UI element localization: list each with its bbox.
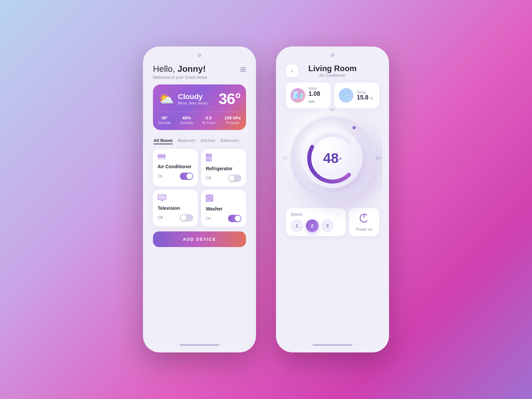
- ac-header: ‹ Living Room Air Conditioner: [283, 61, 382, 78]
- svg-rect-3: [164, 158, 165, 160]
- speed-label: Speed: [291, 212, 341, 217]
- greeting-title: Hello, Jonny!: [153, 64, 209, 74]
- washer-status: On: [206, 216, 211, 221]
- speed-btn-1[interactable]: 1: [291, 219, 303, 232]
- tv-toggle[interactable]: [180, 214, 193, 221]
- washer-toggle[interactable]: [228, 215, 241, 222]
- wind-force-value: 0.5: [202, 115, 215, 120]
- ac-device-type: Air Conditioner: [303, 73, 362, 78]
- ac-toggle[interactable]: [180, 173, 193, 180]
- wind-info-card: 🌬️ Wind 1.08 m/s: [286, 82, 331, 108]
- power-label: Power on: [356, 227, 373, 232]
- sensible-value: 36°: [158, 115, 171, 120]
- phone2-content: ‹ Living Room Air Conditioner 🌬️ Wind 1.…: [283, 61, 382, 341]
- phone-home: Hello, Jonny! Wellcome to your Smart Hom…: [143, 47, 256, 352]
- temp-value: 15.8 °c: [357, 94, 373, 101]
- svg-rect-1: [158, 158, 159, 160]
- phone-notch: [198, 53, 201, 57]
- tab-kitchen[interactable]: Kitchen: [201, 137, 215, 144]
- tab-all-room[interactable]: All Room: [154, 137, 173, 144]
- humidity-value: 48%: [180, 115, 193, 120]
- weather-sensible: 36° Sensible: [158, 115, 171, 125]
- fridge-status-row: Off: [206, 175, 241, 182]
- ac-weather-row: 🌬️ Wind 1.08 m/s ❄️ Temp. 15.8 °c: [283, 78, 382, 108]
- pressure-value: 109 hPa: [224, 115, 241, 120]
- weather-humidity: 48% Humidity: [180, 115, 193, 125]
- svg-point-9: [210, 159, 211, 160]
- device-card-fridge: Refrigerator Off: [201, 149, 246, 187]
- greeting-subtitle: Wellcome to your Smart Home..: [153, 75, 209, 80]
- tab-bathroom[interactable]: Bathroom: [220, 137, 239, 144]
- thermostat-area: 20° 60° 40°: [283, 108, 382, 205]
- temp-current: 48: [323, 150, 339, 166]
- speed-card: Speed 1 2 3: [286, 208, 346, 236]
- controls-row: Speed 1 2 3 Power on: [283, 205, 382, 236]
- phone-ac-detail: ‹ Living Room Air Conditioner 🌬️ Wind 1.…: [276, 47, 389, 352]
- svg-point-17: [207, 196, 208, 197]
- dial-max-label: 60°: [376, 156, 382, 161]
- ac-status-row: On: [158, 173, 193, 180]
- wind-value: 1.08 m/s: [309, 90, 326, 104]
- device-card-ac: Air Conditioner On: [153, 149, 198, 187]
- tab-bedroom[interactable]: Bedroom: [178, 137, 196, 144]
- tv-toggle-knob: [181, 215, 187, 221]
- temp-unit: °c: [368, 96, 373, 100]
- weather-temperature: 36°: [218, 90, 241, 108]
- speed-btn-2[interactable]: 2: [306, 219, 319, 232]
- back-icon: ‹: [291, 68, 293, 74]
- temp-info-card: ❄️ Temp. 15.8 °c: [334, 82, 379, 108]
- sensible-label: Sensible: [158, 121, 171, 125]
- wind-icon-wrap: 🌬️: [291, 88, 305, 103]
- thermostat-wrapper: 20° 60° 40°: [289, 115, 376, 201]
- ac-icon: [158, 154, 193, 161]
- weather-emoji: ⛅: [158, 91, 174, 106]
- speed-btn-3[interactable]: 3: [321, 219, 334, 232]
- weather-wind-force: 0.5 W. Force: [202, 115, 215, 125]
- washer-status-row: On: [206, 215, 241, 222]
- svg-rect-11: [158, 195, 166, 199]
- phone2-bottom-bar: [313, 344, 352, 346]
- speed-buttons: 1 2 3: [291, 219, 341, 232]
- phone2-notch: [331, 53, 334, 57]
- fridge-icon: [206, 154, 241, 163]
- back-button[interactable]: ‹: [286, 65, 299, 77]
- weather-details: 36° Sensible 48% Humidity 0.5 W. Force 1…: [158, 112, 241, 125]
- temp-label: Temp.: [357, 90, 373, 94]
- svg-point-20: [352, 126, 356, 129]
- add-device-button[interactable]: ADD DEVICE: [153, 231, 246, 247]
- svg-rect-12: [161, 200, 163, 201]
- phone1-bottom-bar: [180, 344, 219, 346]
- room-tabs: All Room Bedroom Kitchen Bathroom: [150, 135, 249, 147]
- weather-condition: Cloudy: [178, 92, 208, 101]
- temp-icon: ❄️: [339, 88, 353, 103]
- ac-status: On: [158, 174, 163, 179]
- weather-top: ⛅ Cloudy Mesa, New Jersey 36°: [158, 90, 241, 108]
- grid-icon[interactable]: ⊞: [240, 65, 246, 74]
- device-card-tv: Television Off: [153, 190, 198, 227]
- ac-name: Air Conditioner: [158, 164, 193, 169]
- fridge-toggle-knob: [229, 175, 235, 181]
- fridge-status: Off: [206, 176, 211, 181]
- fridge-name: Refrigerator: [206, 166, 241, 171]
- power-icon[interactable]: [359, 213, 369, 226]
- thermostat-outer-dial[interactable]: 48°: [289, 115, 376, 201]
- tv-status: Off: [158, 215, 163, 220]
- tv-name: Television: [158, 205, 193, 211]
- tv-icon: [158, 195, 193, 203]
- pressure-label: Pressure: [224, 121, 241, 125]
- fridge-toggle[interactable]: [228, 175, 241, 182]
- ac-toggle-knob: [187, 173, 193, 179]
- device-grid: Air Conditioner On: [150, 149, 249, 227]
- wind-info-text: Wind 1.08 m/s: [309, 86, 326, 104]
- greeting-hello: Hello,: [153, 64, 178, 74]
- home-header: Hello, Jonny! Wellcome to your Smart Hom…: [150, 61, 249, 80]
- power-card: Power on: [349, 208, 379, 236]
- wind-force-label: W. Force: [202, 121, 215, 125]
- ac-title-area: Living Room Air Conditioner: [303, 64, 362, 78]
- wind-number: 1.08: [309, 90, 320, 97]
- temp-degree-unit: °: [339, 156, 342, 165]
- phone1-content: Hello, Jonny! Wellcome to your Smart Hom…: [150, 61, 249, 341]
- svg-rect-4: [158, 155, 164, 156]
- weather-card: ⛅ Cloudy Mesa, New Jersey 36° 36° Sensib…: [153, 84, 246, 130]
- washer-icon: [206, 195, 241, 203]
